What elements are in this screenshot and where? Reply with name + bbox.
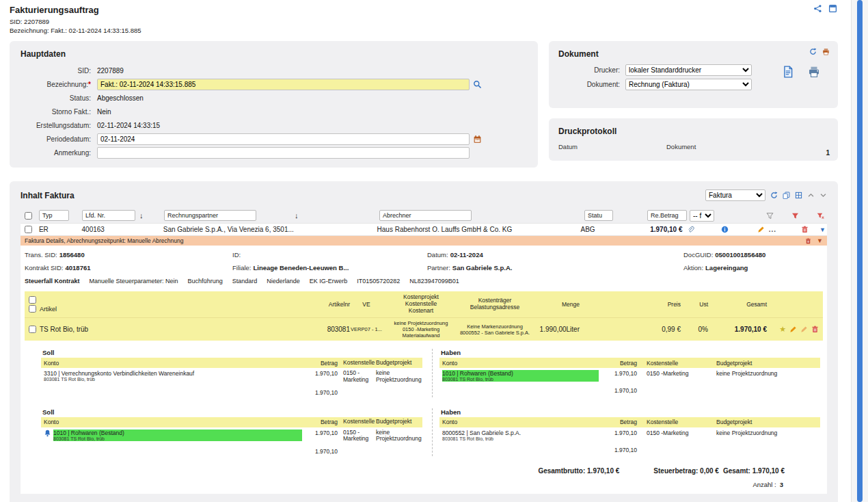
druckprotokoll-page-number[interactable]: 1 — [826, 149, 830, 157]
more-actions[interactable]: ... — [769, 226, 776, 233]
erstellungsdatum-label: Erstellungsdatum: — [21, 122, 97, 129]
delete-icon[interactable] — [801, 226, 809, 233]
page-bezeichnung: Bezeichnung: Fakt.: 02-11-2024 14:33:15.… — [10, 27, 847, 34]
row-status: ABG — [571, 226, 625, 233]
filter-re-betrag[interactable]: Re.Betrag — [647, 210, 687, 221]
print-icon[interactable] — [808, 66, 820, 78]
booking-total-row: 1.970,10 — [41, 444, 422, 456]
search-icon[interactable] — [473, 80, 482, 89]
sort-desc-icon[interactable]: ↓ — [295, 211, 299, 220]
booking-total: 1.970,10 — [599, 387, 637, 394]
erstellungsdatum-value: 02-11-2024 14:33:15 — [97, 122, 160, 129]
erstellungsdatum-row: Erstellungsdatum: 02-11-2024 14:33:15 — [21, 119, 527, 132]
betrag: 1.970,10 — [302, 370, 338, 384]
anmerkung-input[interactable] — [97, 147, 470, 159]
scrollbar-thumb[interactable] — [857, 0, 863, 502]
document-preview-icon[interactable] — [782, 66, 794, 78]
artikel-nr: 803081 — [306, 326, 350, 333]
edit-alt-icon[interactable] — [800, 326, 808, 333]
paperclip-icon[interactable] — [687, 226, 694, 233]
id-pair: ID: — [232, 251, 427, 259]
dokument-select[interactable]: Rechnung (Faktura) — [625, 79, 752, 90]
storno-row: Storno Fakt.: Nein — [21, 105, 527, 118]
col-budgetprojekt: Budgetprojekt — [373, 419, 420, 425]
printer-settings-icon[interactable] — [822, 48, 830, 55]
aktion-pair: Aktion:Lagereingang — [683, 264, 823, 272]
filter-function-select[interactable]: -- f — [690, 210, 714, 222]
booking-row[interactable]: 8000552 | San Gabriele S.p.A. 803081 TS … — [439, 427, 820, 442]
artikel-ve: VERP07 - 1... — [350, 326, 383, 332]
booking-block-soll-2: Soll Konto Betrag Kostenstelle Budgetpro… — [41, 408, 432, 457]
filter-rechnungspartner[interactable]: Rechnungspartner — [164, 210, 256, 221]
col-kostenstelle: Kostenstelle — [338, 419, 373, 425]
booking-total: 1.970,10 — [599, 447, 637, 453]
edit-icon[interactable] — [789, 326, 797, 333]
expand-row-icon[interactable]: ▼ — [819, 226, 826, 233]
periodedatum-input[interactable] — [97, 133, 470, 145]
collapse-detail-icon[interactable]: ▼ — [817, 237, 823, 244]
filter-status[interactable]: Statu — [584, 210, 613, 221]
apply-filter-icon[interactable] — [791, 212, 799, 220]
booking-row-highlighted[interactable]: 1010 | Rohwaren (Bestand) 803081 TS Rot … — [41, 427, 422, 445]
booking-block-soll-1: Soll Konto Betrag Kostenstelle Budgetpro… — [41, 349, 432, 397]
booking-row-highlighted[interactable]: 1010 | Rohwaren (Bestand) 803081 TS Rot … — [439, 368, 820, 383]
docguid-pair: DocGUID:05001001856480 — [683, 251, 823, 259]
col-kostentraeger: Kostenträger Belastungsadresse — [459, 298, 530, 311]
view-select[interactable]: Faktura — [705, 189, 765, 201]
filter-icon[interactable] — [766, 212, 774, 220]
col-budgetprojekt: Budgetprojekt — [373, 360, 420, 367]
table-icon[interactable] — [795, 191, 802, 199]
bell-icon[interactable] — [44, 430, 51, 437]
col-konto: Konto — [44, 419, 302, 425]
anmerkung-label: Anmerkung: — [21, 149, 97, 157]
col-kostenstelle: Kostenstelle — [637, 360, 714, 367]
refresh-icon[interactable] — [809, 48, 817, 55]
filter-lfd-nr[interactable]: Lfd. Nr. — [82, 210, 135, 221]
share-icon[interactable] — [813, 4, 822, 13]
select-all-checkbox[interactable] — [25, 212, 32, 220]
collapse-all-icon[interactable] — [807, 191, 815, 199]
expand-all-icon[interactable] — [819, 191, 827, 199]
sid-value: 2207889 — [97, 67, 124, 75]
window-icon[interactable] — [828, 4, 837, 13]
favorite-star-icon[interactable]: ★ — [779, 325, 786, 334]
delete-detail-icon[interactable] — [805, 238, 811, 244]
artikel-preis: 0,99 € — [641, 326, 681, 333]
steuer-item: Manuelle Steuerparameter: Nein — [90, 278, 178, 285]
row-checkbox[interactable] — [25, 226, 32, 233]
gesamtbrutto: Gesamtbrutto: 1.970,10 € — [538, 467, 619, 475]
faktura-table-row[interactable]: ER 400163 San Gabriele S.p.A., Via Venez… — [21, 223, 827, 236]
filter-abrechner[interactable]: Abrechner — [379, 210, 472, 221]
col-artikelnr: Artikelnr — [306, 301, 350, 308]
periodedatum-label: Periodedatum: — [21, 135, 97, 143]
detail-header-bar: Faktura Details, Abrechnungszeitpunkt: M… — [21, 236, 827, 246]
gesamt: Gesamt: 1.970,10 € — [723, 467, 785, 475]
page-header: Fakturierungsauftrag SID: 2207889 Bezeic… — [0, 0, 847, 34]
sid-row: SID: 2207889 — [21, 64, 527, 77]
booking-total: 1.970,10 — [302, 389, 338, 396]
col-ust: Ust — [681, 301, 708, 308]
bezeichnung-input[interactable] — [97, 79, 470, 90]
sort-desc-icon[interactable]: ↓ — [139, 211, 144, 220]
filter-typ[interactable]: Typ — [39, 210, 69, 221]
clear-filter-icon[interactable] — [817, 212, 824, 220]
calendar-icon[interactable] — [473, 135, 482, 144]
inhalt-title: Inhalt Faktura — [21, 191, 74, 200]
booking-row[interactable]: 3310 | Verrechnungskonto Verbindlichkeit… — [41, 368, 422, 385]
refresh-icon[interactable] — [770, 191, 778, 199]
detail-header-text: Faktura Details, Abrechnungszeitpunkt: M… — [25, 237, 183, 244]
delete-icon[interactable] — [811, 326, 819, 333]
artikel-row[interactable]: TS Rot Bio, trüb 803081 VERP07 - 1... ke… — [25, 317, 823, 341]
artikel-select-checkbox[interactable] — [29, 305, 36, 313]
budgetprojekt: keine Projektzuordnung — [373, 430, 420, 443]
info-icon[interactable] — [721, 226, 729, 233]
edit-icon[interactable] — [757, 226, 765, 233]
export-icon[interactable] — [783, 191, 790, 199]
artikel-select-all-checkbox[interactable] — [29, 296, 36, 304]
artikel-row-checkbox[interactable] — [29, 326, 36, 333]
booking-blocks: Soll Konto Betrag Kostenstelle Budgetpro… — [41, 349, 823, 456]
steuerbetrag: Steuerbetrag: 0,00 € — [653, 467, 719, 475]
col-konto: Konto — [44, 360, 302, 367]
drucker-select[interactable]: lokaler Standarddrucker — [625, 64, 752, 76]
scrollbar-track[interactable] — [851, 0, 868, 502]
